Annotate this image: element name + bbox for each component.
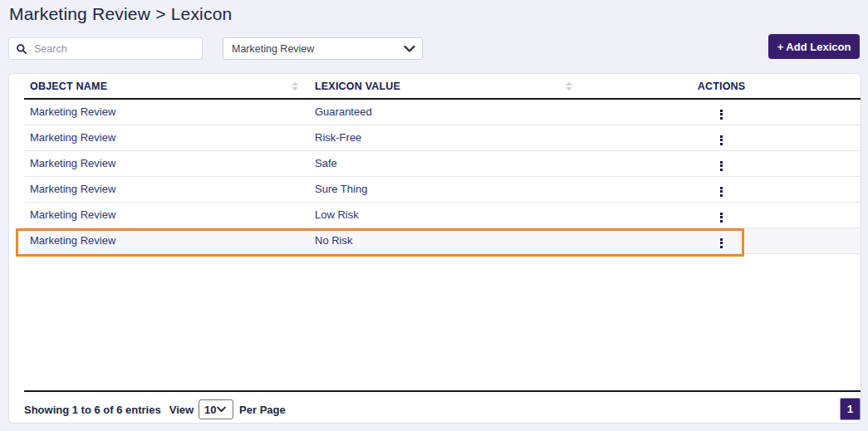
lexicon-table: OBJECT NAME LEXICON VALUE ACTIONS Market… bbox=[24, 74, 861, 254]
table-wrap: OBJECT NAME LEXICON VALUE ACTIONS Market… bbox=[24, 74, 861, 392]
sort-icon[interactable] bbox=[292, 82, 298, 91]
lexicon-value-cell: Guaranteed bbox=[308, 99, 582, 125]
entries-summary: Showing 1 to 6 of 6 entries bbox=[24, 404, 161, 416]
lexicon-value-cell: Sure Thing bbox=[308, 176, 582, 202]
lexicon-value-cell: No Risk bbox=[308, 228, 582, 253]
per-page-label: Per Page bbox=[239, 404, 286, 416]
object-name-cell: Marketing Review bbox=[24, 125, 308, 150]
table-footer: Showing 1 to 6 of 6 entries View 10 Per … bbox=[24, 399, 861, 419]
row-actions-kebab-icon[interactable] bbox=[715, 236, 728, 251]
pagination-page-1-button[interactable]: 1 bbox=[840, 398, 861, 420]
object-name-cell: Marketing Review bbox=[24, 99, 308, 125]
lexicon-value-cell: Risk-Free bbox=[308, 125, 582, 150]
object-filter-dropdown[interactable]: Marketing Review bbox=[223, 38, 422, 59]
row-actions-kebab-icon[interactable] bbox=[715, 210, 728, 225]
row-actions-kebab-icon[interactable] bbox=[715, 133, 728, 148]
object-name-cell: Marketing Review bbox=[24, 176, 308, 202]
search-box[interactable] bbox=[8, 37, 203, 60]
page-size-dropdown[interactable]: 10 bbox=[199, 400, 233, 419]
table-row-highlighted: Marketing Review No Risk bbox=[24, 228, 861, 253]
lexicon-value-cell: Low Risk bbox=[308, 202, 582, 228]
table-row: Marketing Review Low Risk bbox=[24, 202, 861, 228]
table-row: Marketing Review Guaranteed bbox=[24, 99, 861, 125]
object-name-cell: Marketing Review bbox=[24, 150, 308, 176]
column-header-object-name[interactable]: OBJECT NAME bbox=[24, 74, 308, 99]
search-icon bbox=[16, 43, 27, 55]
search-input[interactable] bbox=[34, 43, 195, 55]
sort-icon[interactable] bbox=[566, 82, 572, 91]
row-actions-kebab-icon[interactable] bbox=[715, 107, 728, 122]
row-actions-kebab-icon[interactable] bbox=[715, 184, 728, 199]
object-filter-select[interactable]: Marketing Review bbox=[223, 37, 423, 60]
table-row: Marketing Review Risk-Free bbox=[24, 125, 861, 150]
table-row: Marketing Review Safe bbox=[24, 150, 861, 176]
row-actions-kebab-icon[interactable] bbox=[715, 159, 728, 174]
page-title: Marketing Review > Lexicon bbox=[9, 4, 232, 24]
column-header-actions: ACTIONS bbox=[582, 74, 861, 99]
lexicon-value-cell: Safe bbox=[308, 150, 582, 176]
add-lexicon-button[interactable]: + Add Lexicon bbox=[768, 34, 860, 59]
view-label: View bbox=[169, 404, 194, 416]
column-header-lexicon-value[interactable]: LEXICON VALUE bbox=[308, 74, 582, 99]
page-size-select[interactable]: 10 bbox=[199, 399, 233, 419]
object-name-cell: Marketing Review bbox=[24, 228, 308, 253]
object-name-cell: Marketing Review bbox=[24, 202, 308, 228]
lexicon-table-card: OBJECT NAME LEXICON VALUE ACTIONS Market… bbox=[8, 73, 861, 424]
table-row: Marketing Review Sure Thing bbox=[24, 176, 861, 202]
table-header-row: OBJECT NAME LEXICON VALUE ACTIONS bbox=[24, 74, 861, 99]
